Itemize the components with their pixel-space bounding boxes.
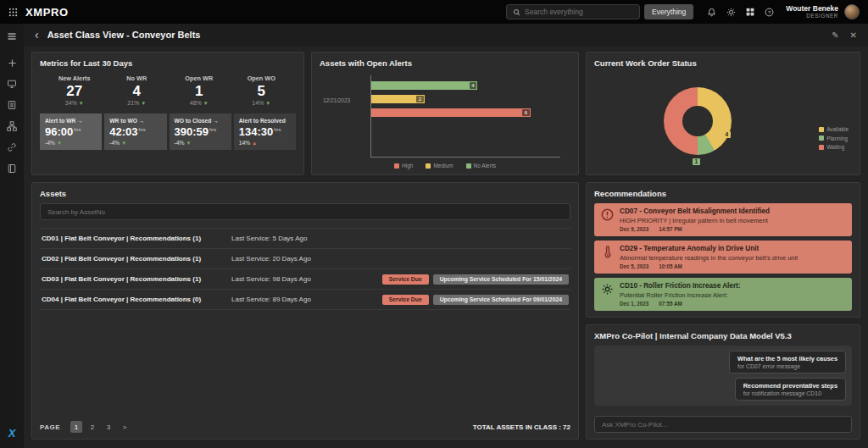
back-chevron-icon[interactable]: ‹	[35, 29, 39, 41]
recommendation-title: CD10 - Roller Friction Increase Alert:	[620, 282, 741, 290]
left-sidebar: X	[0, 24, 24, 448]
user-avatar[interactable]	[844, 4, 860, 19]
duration-value: 96:00hrs	[45, 125, 97, 138]
page-label: PAGE	[40, 423, 60, 431]
alerts-legend: HighMediumNo Alerts	[320, 163, 570, 169]
wo-donut	[664, 87, 732, 155]
prompt-line-1: Recommend preventative steps	[743, 382, 837, 390]
search-input[interactable]	[525, 8, 633, 16]
duration-value: 42:03hrs	[109, 125, 161, 138]
donut-callout-0: 4	[723, 131, 732, 138]
asset-row-cd04[interactable]: CD04 | Flat Belt Conveyor | Recommendati…	[40, 290, 570, 310]
recommendation-item-cd29[interactable]: CD29 - Temperature Anomaly in Drive Unit…	[594, 241, 852, 274]
kpi-value: 5	[231, 82, 293, 100]
duration-alert-to-resolved[interactable]: Alert to Resolved 134:30hrs 14% ▲	[234, 113, 296, 150]
library-book-icon[interactable]	[7, 163, 17, 174]
asset-name: CD03 | Flat Belt Conveyor | Recommendati…	[42, 275, 231, 283]
xmpro-x-logo-icon[interactable]: X	[8, 427, 16, 440]
search-bar[interactable]	[506, 4, 640, 19]
copilot-prompt-2[interactable]: Recommend preventative steps for notific…	[735, 378, 846, 401]
duration-delta: -4% ▼	[175, 140, 226, 146]
kpi-value: 27	[43, 82, 106, 100]
kpi-value: 4	[106, 82, 169, 100]
modules-grid-icon[interactable]	[746, 8, 754, 16]
asset-row-cd01[interactable]: CD01 | Flat Belt Conveyor | Recommendati…	[40, 229, 570, 249]
panel-title: Assets with Open Alerts	[320, 58, 570, 68]
bar-value-label: 6	[522, 109, 529, 116]
panel-title: Recommendations	[594, 189, 852, 198]
asset-last-service: Last Service: 5 Days Ago	[231, 235, 307, 242]
assets-panel: Assets CD01 | Flat Belt Conveyor | Recom…	[31, 182, 579, 440]
user-role: DESIGNER	[786, 13, 838, 19]
asset-name: CD01 | Flat Belt Conveyor | Recommendati…	[42, 235, 231, 242]
asset-name: CD02 | Flat Belt Conveyor | Recommendati…	[42, 255, 231, 263]
data-streams-icon[interactable]	[7, 121, 17, 131]
asset-row-cd03[interactable]: CD03 | Flat Belt Conveyor | Recommendati…	[40, 269, 570, 290]
edit-pencil-icon[interactable]: ✎	[832, 30, 838, 40]
recommendation-date: Dec 5, 202310:05 AM	[620, 263, 798, 269]
total-assets-label: TOTAL ASSETS IN CLASS : 72	[473, 423, 570, 431]
add-icon[interactable]	[8, 58, 17, 68]
apps-grid-icon[interactable]	[8, 8, 18, 17]
kpi-no-wr: No WR 4 21% ▼	[106, 75, 169, 106]
recommendation-date: Dec 9, 202314:57 PM	[620, 226, 770, 232]
copilot-input[interactable]	[602, 421, 844, 429]
duration-tiles: Alert to WR → 96:00hrs -4% ▼ WR to WO → …	[40, 113, 296, 150]
asset-search[interactable]	[40, 203, 570, 220]
work-requests-icon[interactable]	[7, 100, 17, 110]
duration-wr-to-wo[interactable]: WR to WO → 42:03hrs -4% ▼	[104, 113, 166, 150]
close-icon[interactable]: ✕	[850, 30, 857, 40]
trend-icon: ▼	[186, 141, 191, 146]
upcoming-service-badge: Upcoming Service Scheduled For 09/01/202…	[433, 295, 569, 305]
duration-label: Alert to Resolved	[239, 118, 291, 124]
bar-medium: 2	[371, 95, 425, 103]
notifications-bell-icon[interactable]	[707, 8, 716, 17]
recommendation-item-cd10[interactable]: CD10 - Roller Friction Increase Alert: P…	[594, 278, 852, 311]
alerts-chart-area: 12/21/2023 426	[370, 75, 560, 158]
bar-value-label: 2	[416, 96, 423, 102]
page-button-1[interactable]: 1	[70, 421, 82, 433]
asset-name: CD04 | Flat Belt Conveyor | Recommendati…	[42, 296, 231, 303]
duration-label: WR to WO →	[109, 118, 161, 124]
bar-high: 6	[371, 108, 531, 117]
kpi-delta: 14% ▼	[231, 100, 293, 106]
duration-label: Alert to WR →	[45, 118, 97, 124]
page-title: Asset Class View - Conveyor Belts	[47, 30, 201, 40]
kpi-label: Open WR	[168, 75, 231, 82]
recommendation-item-cd07[interactable]: CD07 - Conveyor Belt Misalignment Identi…	[594, 203, 852, 236]
search-scope-button[interactable]: Everything	[644, 4, 693, 19]
kpi-label: New Alerts	[43, 75, 106, 82]
duration-wo-to-closed[interactable]: WO to Closed → 390:59hrs -4% ▼	[170, 113, 231, 150]
kpi-delta: 48% ▼	[168, 100, 231, 106]
prompt-line-2: for CD07 error message	[737, 363, 837, 369]
kpi-new-alerts: New Alerts 27 34% ▼	[43, 75, 106, 106]
page-next-button[interactable]: >	[119, 421, 131, 433]
asset-search-input[interactable]	[47, 208, 563, 216]
duration-value: 390:59hrs	[175, 125, 226, 138]
page-button-3[interactable]: 3	[103, 421, 114, 433]
trend-icon: ▲	[252, 141, 257, 146]
help-icon[interactable]: ?	[765, 8, 774, 17]
legend-item: No Alerts	[466, 163, 496, 169]
asset-row-cd02[interactable]: CD02 | Flat Belt Conveyor | Recommendati…	[40, 249, 570, 269]
copilot-input-box[interactable]	[594, 416, 852, 433]
trend-icon: ▼	[79, 101, 84, 106]
xmpro-logo: XMPRO	[25, 6, 69, 19]
service-due-badge: Service Due	[382, 295, 429, 305]
settings-gear-icon[interactable]	[726, 8, 736, 17]
copilot-prompt-1[interactable]: What are the 5 most likely causes for CD…	[729, 351, 846, 373]
donut-chart-area: 4 1 AvailablePlanningWaiting	[594, 73, 852, 169]
alert-circle-icon	[601, 208, 614, 221]
menu-hamburger-icon[interactable]	[7, 31, 17, 41]
prompt-line-2: for notification message CD10	[743, 390, 837, 396]
view-header: ‹ Asset Class View - Conveyor Belts ✎ ✕	[24, 24, 868, 46]
duration-alert-to-wr[interactable]: Alert to WR → 96:00hrs -4% ▼	[40, 113, 102, 150]
panel-title: Assets	[40, 189, 570, 198]
topbar-icons: ?	[707, 8, 774, 17]
dashboards-icon[interactable]	[7, 79, 17, 89]
prompt-line-1: What are the 5 most likely causes	[737, 355, 837, 362]
topbar-left: XMPRO	[8, 6, 69, 19]
page-button-2[interactable]: 2	[86, 421, 98, 433]
wo-legend: AvailablePlanningWaiting	[819, 126, 849, 150]
connections-link-icon[interactable]	[7, 142, 17, 152]
